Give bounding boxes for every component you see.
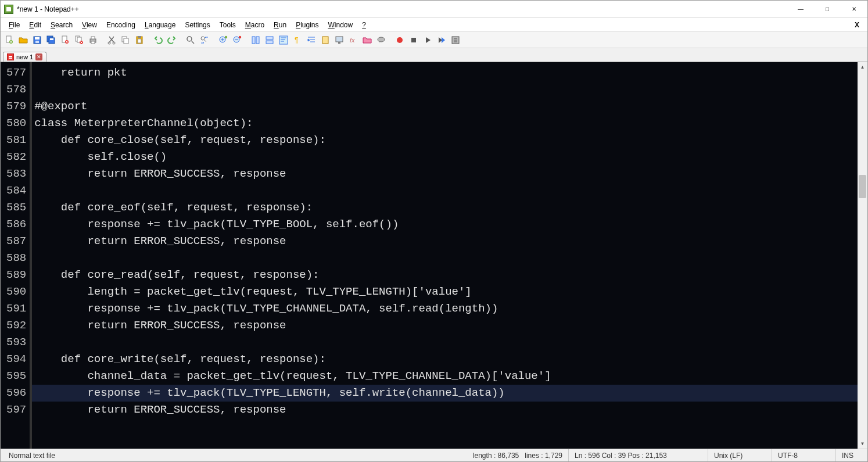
menu-tools[interactable]: Tools [215,20,241,30]
save-all-icon[interactable] [45,34,58,46]
doc-icon[interactable] [319,34,332,46]
svg-rect-33 [279,36,288,44]
menubar-close-button[interactable]: X [850,20,864,30]
save-macro-icon[interactable] [449,34,462,46]
code-line[interactable]: channel_data = packet_get_tlv(request, T… [32,368,858,385]
svg-point-28 [239,35,241,38]
undo-icon[interactable] [152,34,164,46]
window-title: *new 1 - Notepad++ [17,5,79,13]
scroll-thumb[interactable] [859,175,866,198]
code-line[interactable]: return ERROR_SUCCESS, response [32,317,858,334]
menu-help[interactable]: ? [357,20,371,30]
line-number: 582 [6,149,26,166]
code-line[interactable]: return pkt [32,65,858,81]
code-line[interactable]: length = packet_get_tlv(request, TLV_TYP… [32,284,858,300]
code-line[interactable] [32,182,858,199]
print-icon[interactable] [87,34,99,46]
scroll-up-icon[interactable]: ▲ [858,62,867,72]
close-window-button[interactable]: ✕ [841,1,867,18]
code-line[interactable]: #@export [32,98,858,115]
stop-icon[interactable] [407,34,420,46]
code-line[interactable]: def core_close(self, request, response): [32,132,858,149]
scroll-track[interactable] [858,72,867,439]
zoom-in-icon[interactable] [217,34,229,46]
menu-language[interactable]: Language [140,20,180,30]
function-icon[interactable]: fx [347,34,360,46]
new-file-icon[interactable] [3,34,16,46]
code-line[interactable] [32,334,858,351]
play-icon[interactable] [421,34,434,46]
status-length: length : 86,735 lines : 1,729 [467,449,569,461]
code-line[interactable] [32,81,858,98]
redo-icon[interactable] [166,34,178,46]
code-line[interactable]: def core_read(self, request, response): [32,267,858,284]
code-line[interactable]: return ERROR_SUCCESS, response [32,402,858,418]
window-controls: — □ ✕ [787,1,867,18]
all-chars-icon[interactable]: ¶ [291,34,304,46]
svg-point-40 [397,37,403,43]
folder-icon[interactable] [361,34,374,46]
wrap-icon[interactable] [277,34,290,46]
menu-view[interactable]: View [77,20,102,30]
paste-icon[interactable] [133,34,146,46]
unsaved-file-icon [7,53,14,60]
sync-h-icon[interactable] [263,34,276,46]
line-number: 595 [6,368,26,385]
code-line[interactable]: return ERROR_SUCCESS, response [32,233,858,250]
monitor-icon[interactable] [333,34,346,46]
menu-settings[interactable]: Settings [180,20,214,30]
svg-rect-37 [338,42,340,44]
svg-rect-30 [256,37,259,44]
menu-macro[interactable]: Macro [241,20,269,30]
tab-new1[interactable]: new 1 ✕ [3,52,46,62]
indent-icon[interactable] [305,34,318,46]
tab-close-button[interactable]: ✕ [35,53,42,60]
svg-rect-4 [35,41,39,43]
code-line[interactable] [32,250,858,267]
code-line[interactable]: response += tlv_pack(TLV_TYPE_LENGTH, se… [32,385,858,402]
menu-search[interactable]: Search [46,20,77,30]
menu-plugins[interactable]: Plugins [291,20,323,30]
cut-icon[interactable] [105,34,118,46]
svg-rect-22 [138,39,141,43]
zoom-out-icon[interactable] [231,34,243,46]
svg-rect-35 [322,37,328,44]
code-line[interactable]: def core_write(self, request, response): [32,351,858,368]
save-icon[interactable] [31,34,44,46]
record-icon[interactable] [393,34,406,46]
menu-encoding[interactable]: Encoding [102,20,140,30]
menu-window[interactable]: Window [324,20,358,30]
menu-file[interactable]: File [4,20,24,30]
status-insert-mode[interactable]: INS [836,449,865,461]
code-line[interactable]: self.close() [32,149,858,166]
find-icon[interactable] [184,34,197,46]
comment-icon[interactable] [375,34,388,46]
svg-point-23 [187,37,192,41]
vertical-scrollbar[interactable]: ▲ ▼ [858,62,867,449]
sync-v-icon[interactable] [249,34,262,46]
maximize-button[interactable]: □ [814,1,841,18]
menu-edit[interactable]: Edit [24,20,46,30]
code-line[interactable]: return ERROR_SUCCESS, response [32,166,858,182]
scroll-down-icon[interactable]: ▼ [858,439,867,449]
line-number: 589 [6,267,26,284]
play-multi-icon[interactable] [435,34,448,46]
line-number: 596 [6,385,26,402]
svg-rect-31 [266,37,273,40]
code-line[interactable]: class MeterpreterChannel(object): [32,115,858,132]
open-file-icon[interactable] [17,34,30,46]
replace-icon[interactable] [198,34,211,46]
line-number: 577 [6,65,26,81]
minimize-button[interactable]: — [787,1,814,18]
menu-run[interactable]: Run [269,20,291,30]
code-line[interactable]: response += tlv_pack(TLV_TYPE_CHANNEL_DA… [32,300,858,317]
close-all-icon[interactable] [73,34,85,46]
close-icon[interactable] [59,34,71,46]
svg-rect-3 [35,37,40,40]
copy-icon[interactable] [119,34,132,46]
statusbar: Normal text file length : 86,735 lines :… [1,449,867,461]
code-area[interactable]: return pkt#@exportclass MeterpreterChann… [32,62,858,449]
line-number: 594 [6,351,26,368]
code-line[interactable]: response += tlv_pack(TLV_TYPE_BOOL, self… [32,216,858,233]
code-line[interactable]: def core_eof(self, request, response): [32,199,858,216]
